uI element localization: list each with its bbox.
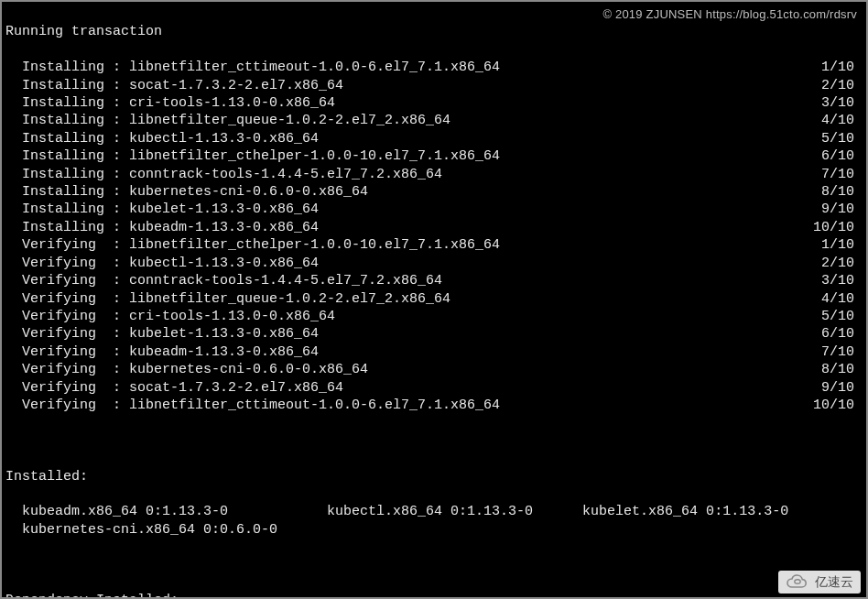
transaction-step: Installing : libnetfilter_cttimeout-1.0.…: [5, 59, 863, 76]
installed-header: Installed:: [5, 468, 863, 485]
step-progress: 1/10: [821, 236, 863, 254]
step-progress: 8/10: [821, 361, 863, 378]
step-progress: 3/10: [821, 272, 863, 289]
transaction-step: Installing : kubernetes-cni-0.6.0-0.x86_…: [5, 183, 863, 201]
step-left: Installing : kubeadm-1.13.3-0.x86_64: [5, 219, 319, 236]
transaction-step: Installing : cri-tools-1.13.0-0.x86_643/…: [5, 94, 863, 112]
cloud-icon: [786, 574, 809, 589]
step-progress: 8/10: [821, 183, 863, 201]
step-left: Verifying : socat-1.7.3.2-2.el7.x86_64: [5, 379, 343, 397]
step-left: Verifying : libnetfilter_cttimeout-1.0.0…: [5, 397, 500, 414]
step-progress: 2/10: [821, 77, 863, 94]
transaction-step: Installing : kubeadm-1.13.3-0.x86_6410/1…: [5, 219, 863, 236]
step-progress: 7/10: [821, 343, 863, 361]
transaction-step: Verifying : socat-1.7.3.2-2.el7.x86_649/…: [5, 379, 863, 397]
installed-row: kubeadm.x86_64 0:1.13.3-0 kubectl.x86_64…: [5, 503, 863, 520]
step-left: Installing : socat-1.7.3.2-2.el7.x86_64: [5, 77, 343, 94]
brand-text: 亿速云: [815, 573, 853, 591]
step-progress: 10/10: [813, 219, 863, 236]
transaction-step: Installing : conntrack-tools-1.4.4-5.el7…: [5, 166, 863, 183]
step-progress: 6/10: [821, 147, 863, 165]
step-progress: 5/10: [821, 308, 863, 325]
step-left: Verifying : kubernetes-cni-0.6.0-0.x86_6…: [5, 361, 368, 378]
step-progress: 6/10: [821, 325, 863, 343]
step-left: Installing : kubectl-1.13.3-0.x86_64: [5, 130, 319, 147]
step-left: Verifying : libnetfilter_cthelper-1.0.0-…: [5, 236, 500, 254]
transaction-step: Installing : kubelet-1.13.3-0.x86_649/10: [5, 201, 863, 218]
step-left: Verifying : kubelet-1.13.3-0.x86_64: [5, 325, 319, 343]
step-progress: 10/10: [813, 397, 863, 414]
transaction-step: Verifying : kubernetes-cni-0.6.0-0.x86_6…: [5, 361, 863, 378]
step-left: Installing : cri-tools-1.13.0-0.x86_64: [5, 94, 335, 112]
step-left: Installing : kubelet-1.13.3-0.x86_64: [5, 201, 319, 218]
step-progress: 9/10: [821, 379, 863, 397]
transaction-step: Verifying : kubeadm-1.13.3-0.x86_647/10: [5, 343, 863, 361]
transaction-step: Installing : kubectl-1.13.3-0.x86_645/10: [5, 130, 863, 147]
step-progress: 4/10: [821, 112, 863, 129]
transaction-step: Verifying : libnetfilter_cttimeout-1.0.0…: [5, 397, 863, 414]
dependency-header: Dependency Installed:: [5, 592, 863, 599]
transaction-step: Verifying : conntrack-tools-1.4.4-5.el7_…: [5, 272, 863, 289]
step-left: Verifying : libnetfilter_queue-1.0.2-2.e…: [5, 290, 450, 308]
transaction-step: Installing : libnetfilter_queue-1.0.2-2.…: [5, 112, 863, 129]
brand-logo: 亿速云: [778, 571, 861, 594]
step-progress: 2/10: [821, 255, 863, 272]
step-left: Installing : libnetfilter_cttimeout-1.0.…: [5, 59, 500, 76]
step-left: Verifying : kubeadm-1.13.3-0.x86_64: [5, 343, 319, 361]
watermark-text: © 2019 ZJUNSEN https://blog.51cto.com/rd…: [602, 5, 857, 23]
transaction-header: Running transaction: [5, 23, 863, 40]
step-left: Installing : kubernetes-cni-0.6.0-0.x86_…: [5, 183, 368, 201]
transaction-step: Verifying : libnetfilter_queue-1.0.2-2.e…: [5, 290, 863, 308]
step-left: Verifying : kubectl-1.13.3-0.x86_64: [5, 255, 319, 272]
step-left: Verifying : conntrack-tools-1.4.4-5.el7_…: [5, 272, 442, 289]
step-progress: 5/10: [821, 130, 863, 147]
step-left: Installing : conntrack-tools-1.4.4-5.el7…: [5, 166, 442, 183]
transaction-step: Verifying : cri-tools-1.13.0-0.x86_645/1…: [5, 308, 863, 325]
transaction-step: Installing : libnetfilter_cthelper-1.0.0…: [5, 147, 863, 165]
step-progress: 3/10: [821, 94, 863, 112]
step-progress: 7/10: [821, 166, 863, 183]
transaction-step: Verifying : libnetfilter_cthelper-1.0.0-…: [5, 236, 863, 254]
step-progress: 9/10: [821, 201, 863, 218]
transaction-step: Verifying : kubelet-1.13.3-0.x86_646/10: [5, 325, 863, 343]
step-left: Verifying : cri-tools-1.13.0-0.x86_64: [5, 308, 335, 325]
transaction-step: Installing : socat-1.7.3.2-2.el7.x86_642…: [5, 77, 863, 94]
step-progress: 4/10: [821, 290, 863, 308]
svg-point-0: [795, 580, 800, 583]
terminal-output: Running transaction Installing : libnetf…: [2, 2, 866, 599]
step-left: Installing : libnetfilter_cthelper-1.0.0…: [5, 147, 500, 165]
step-left: Installing : libnetfilter_queue-1.0.2-2.…: [5, 112, 450, 129]
step-progress: 1/10: [821, 59, 863, 76]
installed-row: kubernetes-cni.x86_64 0:0.6.0-0: [5, 521, 863, 539]
transaction-step: Verifying : kubectl-1.13.3-0.x86_642/10: [5, 255, 863, 272]
